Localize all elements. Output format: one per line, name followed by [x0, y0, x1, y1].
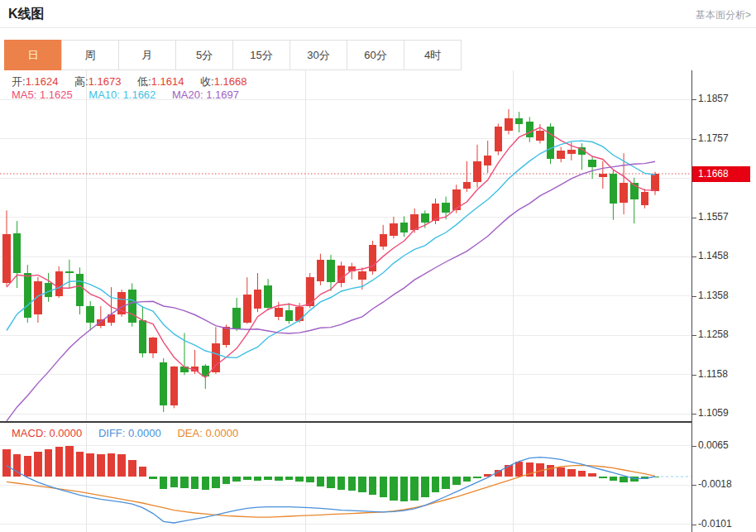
candlestick-chart[interactable]	[0, 70, 691, 422]
tab-5min[interactable]: 5分	[175, 40, 233, 70]
ohlc-low: 低:1.1614	[137, 75, 184, 88]
fundamental-analysis-link[interactable]: 基本面分析>	[696, 8, 751, 22]
price-tick-label: 1.1557	[698, 211, 729, 223]
macd-chart[interactable]	[0, 424, 691, 532]
macd-value: MACD: 0.0000	[12, 427, 82, 439]
macd-legend: MACD: 0.0000 DIFF: 0.0000 DEA: 0.0000	[12, 427, 251, 439]
price-tick-mark	[692, 335, 696, 336]
current-price-badge: 1.1668	[692, 166, 750, 182]
ohlc-close: 收:1.1668	[200, 75, 246, 88]
header-divider	[0, 27, 756, 28]
price-tick-mark	[692, 414, 696, 415]
dea-value: DEA: 0.0000	[177, 427, 238, 439]
tab-daily[interactable]: 日	[4, 40, 62, 70]
tab-weekly[interactable]: 周	[61, 40, 119, 70]
ma5-legend: MA5: 1.1625	[12, 89, 73, 101]
y-axis-line	[691, 70, 692, 532]
ohlc-open: 开:1.1624	[12, 75, 58, 88]
macd-tick-mark	[692, 485, 696, 486]
price-tick-label: 1.1857	[698, 93, 729, 104]
macd-tick-label: 0.0065	[698, 439, 729, 451]
price-tick-mark	[692, 296, 696, 297]
macd-tick-mark	[692, 525, 696, 525]
ma-legend: MA5: 1.1625 MA10: 1.1662 MA20: 1.1697	[12, 89, 252, 101]
ma20-legend: MA20: 1.1697	[172, 89, 239, 101]
price-tick-mark	[692, 139, 696, 140]
macd-tick-label: -0.0101	[698, 518, 732, 530]
tab-4hour[interactable]: 4时	[404, 40, 462, 70]
price-tick-mark	[692, 256, 696, 257]
pane-divider	[0, 421, 692, 423]
price-tick-mark	[692, 218, 696, 218]
price-tick-label: 1.1059	[698, 407, 729, 419]
ohlc-high: 高:1.1673	[74, 75, 121, 88]
price-tick-mark	[692, 375, 696, 376]
price-tick-label: 1.1757	[698, 132, 729, 144]
tab-monthly[interactable]: 月	[118, 40, 176, 70]
timeframe-tab-bar: 日 周 月 5分 15分 30分 60分 4时	[4, 40, 462, 70]
price-tick-label: 1.1458	[698, 250, 729, 261]
price-tick-mark	[692, 99, 696, 100]
tab-30min[interactable]: 30分	[289, 40, 347, 70]
kline-widget: K线图 基本面分析> 日 周 月 5分 15分 30分 60分 4时 开:1.1…	[0, 0, 756, 532]
tab-15min[interactable]: 15分	[232, 40, 290, 70]
price-tick-label: 1.1158	[698, 368, 728, 380]
diff-value: DIFF: 0.0000	[98, 427, 161, 439]
macd-tick-label: -0.0018	[698, 478, 732, 490]
price-tick-label: 1.1358	[698, 290, 729, 301]
tab-60min[interactable]: 60分	[347, 40, 404, 70]
macd-tick-mark	[692, 446, 696, 447]
page-title: K线图	[8, 6, 45, 23]
ohlc-legend: 开:1.1624 高:1.1673 低:1.1614 收:1.1668	[12, 74, 260, 89]
price-tick-label: 1.1258	[698, 328, 729, 340]
ma10-legend: MA10: 1.1662	[89, 89, 156, 101]
